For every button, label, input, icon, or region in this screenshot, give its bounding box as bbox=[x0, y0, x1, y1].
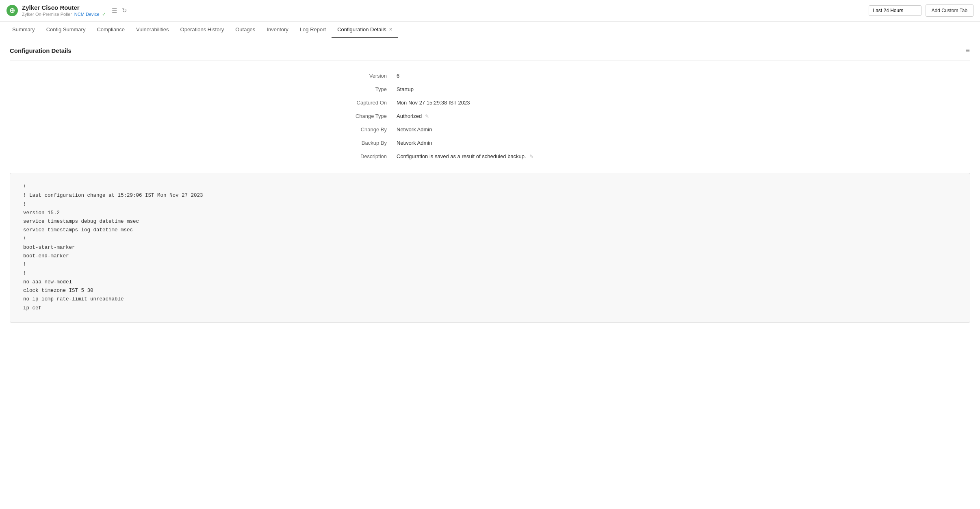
detail-value-captured-on: Mon Nov 27 15:29:38 IST 2023 bbox=[397, 100, 470, 106]
detail-value-version: 6 bbox=[397, 73, 399, 79]
detail-value-change-type: Authorized bbox=[397, 113, 422, 119]
tab-close-icon[interactable]: ✕ bbox=[389, 27, 392, 32]
header-menu-icons: ☰ ↻ bbox=[112, 7, 127, 14]
detail-label-type: Type bbox=[315, 86, 397, 92]
verified-icon: ✓ bbox=[102, 11, 106, 17]
tab-inventory[interactable]: Inventory bbox=[261, 22, 294, 38]
app-title: Zylker Cisco Router bbox=[22, 4, 106, 11]
details-table: Version 6 Type Startup Captured On Mon N… bbox=[315, 69, 665, 163]
detail-label-version: Version bbox=[315, 73, 397, 79]
tab-configuration-details[interactable]: Configuration Details ✕ bbox=[332, 22, 398, 38]
header-info: Zylker Cisco Router Zylker On-Premise Po… bbox=[22, 4, 106, 17]
nav-tabs: Summary Config Summary Compliance Vulner… bbox=[0, 22, 980, 38]
main-content: Configuration Details ≡ Version 6 Type S… bbox=[0, 38, 980, 331]
detail-label-captured-on: Captured On bbox=[315, 100, 397, 106]
logo-icon bbox=[9, 7, 15, 14]
tab-summary[interactable]: Summary bbox=[7, 22, 41, 38]
detail-label-change-by: Change By bbox=[315, 126, 397, 133]
detail-value-change-by: Network Admin bbox=[397, 126, 432, 133]
tab-operations-history[interactable]: Operations History bbox=[175, 22, 230, 38]
tab-configuration-details-label: Configuration Details bbox=[337, 26, 386, 33]
ncm-badge: NCM Device bbox=[74, 12, 100, 17]
detail-value-type: Startup bbox=[397, 86, 414, 92]
time-range-select[interactable]: Last 24 Hours Last 7 Days Last 30 Days bbox=[869, 5, 921, 16]
tab-outages[interactable]: Outages bbox=[230, 22, 261, 38]
refresh-icon[interactable]: ↻ bbox=[122, 7, 127, 14]
detail-value-description: Configuration is saved as a result of sc… bbox=[397, 153, 526, 159]
section-header: Configuration Details ≡ bbox=[10, 46, 970, 61]
config-content-area: ! ! Last configuration change at 15:29:0… bbox=[10, 173, 970, 323]
tab-vulnerabilities[interactable]: Vulnerabilities bbox=[130, 22, 174, 38]
detail-row-captured-on: Captured On Mon Nov 27 15:29:38 IST 2023 bbox=[315, 96, 665, 109]
section-title: Configuration Details bbox=[10, 47, 72, 54]
poller-label: Zylker On-Premise Poller bbox=[22, 12, 72, 17]
add-custom-tab-button[interactable]: Add Custom Tab bbox=[926, 4, 974, 17]
detail-label-change-type: Change Type bbox=[315, 113, 397, 119]
detail-row-change-by: Change By Network Admin bbox=[315, 123, 665, 136]
tab-config-summary[interactable]: Config Summary bbox=[41, 22, 91, 38]
header-right: Last 24 Hours Last 7 Days Last 30 Days A… bbox=[869, 4, 974, 17]
detail-row-backup-by: Backup By Network Admin bbox=[315, 136, 665, 150]
detail-row-version: Version 6 bbox=[315, 69, 665, 83]
detail-row-change-type: Change Type Authorized ✎ bbox=[315, 109, 665, 123]
detail-row-description: Description Configuration is saved as a … bbox=[315, 150, 665, 163]
detail-value-backup-by: Network Admin bbox=[397, 140, 432, 146]
config-text: ! ! Last configuration change at 15:29:0… bbox=[23, 183, 957, 313]
section-menu-icon[interactable]: ≡ bbox=[965, 46, 970, 55]
app-logo bbox=[7, 5, 18, 16]
header: Zylker Cisco Router Zylker On-Premise Po… bbox=[0, 0, 980, 22]
edit-change-type-icon[interactable]: ✎ bbox=[425, 113, 429, 119]
detail-label-description: Description bbox=[315, 153, 397, 159]
detail-label-backup-by: Backup By bbox=[315, 140, 397, 146]
detail-row-type: Type Startup bbox=[315, 83, 665, 96]
tab-compliance[interactable]: Compliance bbox=[91, 22, 130, 38]
tab-log-report[interactable]: Log Report bbox=[294, 22, 332, 38]
hamburger-icon[interactable]: ☰ bbox=[112, 7, 117, 14]
edit-description-icon[interactable]: ✎ bbox=[529, 154, 533, 159]
